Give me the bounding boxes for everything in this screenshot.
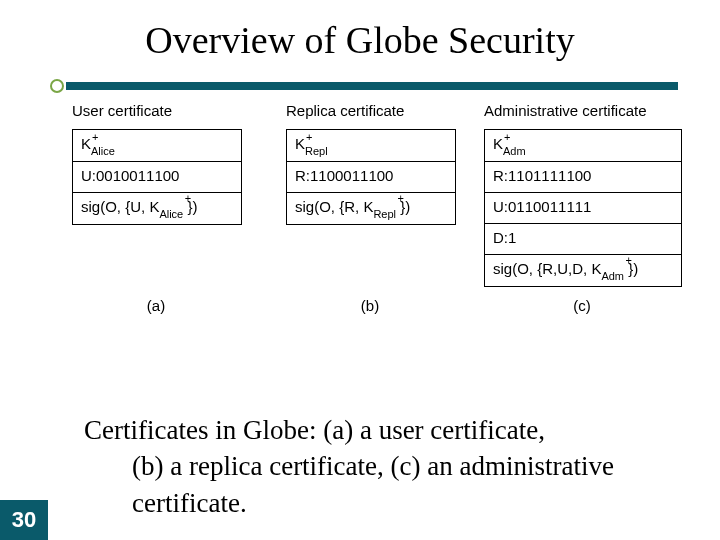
caption-line: (b) a replica certificate, (c) an admini… — [84, 448, 684, 484]
signature-row: sig(O, {R,U,D, K+Adm }) — [485, 255, 681, 286]
signature-row: sig(O, {U, K+Alice }) — [73, 193, 241, 224]
bitmap-row: R:1100011100 — [287, 162, 455, 193]
column-header: Replica certificate — [286, 102, 454, 119]
replica-certificate-column: Replica certificate K+Repl R:1100011100 … — [286, 102, 454, 314]
column-header: User certificate — [72, 102, 240, 119]
column-label: (a) — [72, 297, 240, 314]
rule-line — [66, 82, 678, 90]
column-label: (b) — [286, 297, 454, 314]
slide-title: Overview of Globe Security — [0, 18, 720, 62]
slide: Overview of Globe Security User certific… — [0, 0, 720, 540]
u-bitmap-row: U:0110011111 — [485, 193, 681, 224]
page-number: 30 — [0, 500, 48, 540]
figure-caption: Certificates in Globe: (a) a user certif… — [84, 412, 684, 521]
certificate-table: K+Adm R:1101111100 U:0110011111 D:1 sig(… — [484, 129, 682, 287]
signature-row: sig(O, {R, K+Repl }) — [287, 193, 455, 224]
key-row: K+Alice — [73, 130, 241, 162]
title-rule — [58, 82, 678, 92]
column-header: Administrative certificate — [484, 102, 680, 119]
admin-certificate-column: Administrative certificate K+Adm R:11011… — [484, 102, 680, 314]
bitmap-row: U:0010011100 — [73, 162, 241, 193]
certificates-figure: User certificate K+Alice U:0010011100 si… — [66, 102, 678, 392]
column-label: (c) — [484, 297, 680, 314]
key-row: K+Repl — [287, 130, 455, 162]
r-bitmap-row: R:1101111100 — [485, 162, 681, 193]
d-row: D:1 — [485, 224, 681, 255]
bullet-icon — [50, 79, 64, 93]
caption-line: certificate. — [84, 485, 684, 521]
caption-line: Certificates in Globe: (a) a user certif… — [84, 415, 545, 445]
user-certificate-column: User certificate K+Alice U:0010011100 si… — [72, 102, 240, 314]
key-row: K+Adm — [485, 130, 681, 162]
certificate-table: K+Repl R:1100011100 sig(O, {R, K+Repl }) — [286, 129, 456, 225]
certificate-table: K+Alice U:0010011100 sig(O, {U, K+Alice … — [72, 129, 242, 225]
